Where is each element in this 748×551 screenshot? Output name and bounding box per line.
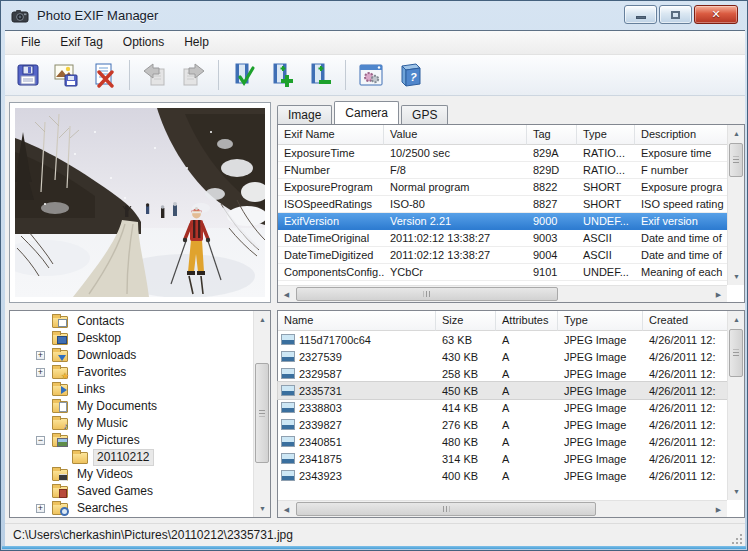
file-row[interactable]: 2338803 414 KB A JPEG Image 4/26/2011 12… <box>278 399 727 416</box>
tree-item[interactable]: My Pictures <box>10 432 270 449</box>
file-list-header: NameSizeAttributesTypeCreated <box>278 311 744 331</box>
toolbar-separator <box>345 60 346 90</box>
options-button[interactable] <box>354 58 388 92</box>
title-bar[interactable]: Photo EXIF Manager ✕ <box>1 1 747 30</box>
scroll-up-icon[interactable]: ▲ <box>728 311 745 328</box>
file-name-cell: 2327539 <box>278 349 436 365</box>
help-button[interactable]: ? <box>392 58 426 92</box>
column-header[interactable]: Name <box>278 311 436 331</box>
scrollbar-thumb[interactable] <box>729 329 743 377</box>
previous-image-button[interactable] <box>138 58 172 92</box>
menu-item[interactable]: Options <box>113 31 174 54</box>
exif-row[interactable]: ExposureProgram Normal program 8822 SHOR… <box>278 179 727 196</box>
tree-item[interactable]: Favorites <box>10 364 270 381</box>
files-horizontal-scrollbar[interactable]: ◀ ▶ <box>278 500 727 517</box>
tree-expander-icon[interactable] <box>36 436 45 445</box>
tab[interactable]: Camera <box>334 101 399 124</box>
scrollbar-thumb[interactable] <box>255 363 269 463</box>
scroll-up-icon[interactable]: ▲ <box>728 125 745 142</box>
file-row[interactable]: 2335731 450 KB A JPEG Image 4/26/2011 12… <box>278 382 727 399</box>
files-vertical-scrollbar[interactable]: ▲ ▼ <box>727 311 744 500</box>
tree-item[interactable]: My Videos <box>10 466 270 483</box>
tree-vertical-scrollbar[interactable]: ▲ ▼ <box>253 311 270 517</box>
menu-item[interactable]: Exif Tag <box>50 31 112 54</box>
exif-row[interactable]: FNumber F/8 829D RATIO... F number <box>278 162 727 179</box>
menu-item[interactable]: Help <box>174 31 219 54</box>
menu-item[interactable]: File <box>11 31 50 54</box>
save-image-button[interactable] <box>49 58 83 92</box>
exif-row[interactable]: ComponentsConfig... YCbCr 9101 UNDEF... … <box>278 264 727 281</box>
column-header[interactable]: Size <box>436 311 496 331</box>
exif-row[interactable]: ISOSpeedRatings ISO-80 8827 SHORT ISO sp… <box>278 196 727 213</box>
close-button[interactable]: ✕ <box>694 5 738 24</box>
column-header[interactable]: Exif Name <box>278 125 384 145</box>
resize-grip[interactable] <box>731 533 743 545</box>
exif-row[interactable]: ExposureTime 10/2500 sec 829A RATIO... E… <box>278 145 727 162</box>
column-header[interactable]: Type <box>577 125 635 145</box>
next-image-button[interactable] <box>176 58 210 92</box>
file-row[interactable]: 2339827 276 KB A JPEG Image 4/26/2011 12… <box>278 416 727 433</box>
column-header[interactable]: Value <box>384 125 527 145</box>
scroll-left-icon[interactable]: ◀ <box>278 286 295 303</box>
scroll-right-icon[interactable]: ▶ <box>710 501 727 518</box>
scroll-left-icon[interactable]: ◀ <box>278 501 295 518</box>
exif-row[interactable]: DateTimeOriginal 2011:02:12 13:38:27 900… <box>278 230 727 247</box>
tree-item[interactable]: Desktop <box>10 330 270 347</box>
tree-item[interactable]: My Music <box>10 415 270 432</box>
scrollbar-thumb[interactable] <box>296 287 558 301</box>
column-header[interactable]: Attributes <box>496 311 558 331</box>
clear-exif-list-button[interactable] <box>87 58 121 92</box>
exif-add-button[interactable] <box>265 58 299 92</box>
tree-item[interactable]: My Documents <box>10 398 270 415</box>
file-row[interactable]: 2341875 314 KB A JPEG Image 4/26/2011 12… <box>278 450 727 467</box>
file-size-cell: 258 KB <box>436 366 496 382</box>
file-rows: 115d71700c64 63 KB A JPEG Image 4/26/201… <box>278 331 727 484</box>
toolbar: ? <box>5 55 745 96</box>
file-row[interactable]: 2343923 400 KB A JPEG Image 4/26/2011 12… <box>278 467 727 484</box>
exif-remove-button[interactable] <box>303 58 337 92</box>
tab[interactable]: Image <box>277 105 332 124</box>
favorites-folder-icon <box>52 367 68 379</box>
tree-item[interactable]: Downloads <box>10 347 270 364</box>
save-exif-button[interactable] <box>11 58 45 92</box>
file-name: 2340851 <box>299 434 342 450</box>
scrollbar-thumb[interactable] <box>296 502 596 516</box>
exif-apply-button[interactable] <box>227 58 261 92</box>
column-header[interactable]: Tag <box>527 125 577 145</box>
column-header[interactable]: Description <box>635 125 727 145</box>
exif-value-cell: 2011:02:12 13:38:27 <box>384 247 527 263</box>
maximize-button[interactable] <box>659 5 692 24</box>
file-row[interactable]: 2329587 258 KB A JPEG Image 4/26/2011 12… <box>278 365 727 382</box>
settings-window-icon <box>358 62 384 88</box>
scroll-down-icon[interactable]: ▼ <box>728 483 745 500</box>
column-header[interactable]: Type <box>558 311 643 331</box>
exif-horizontal-scrollbar[interactable]: ◀ ▶ <box>278 285 727 302</box>
tree-expander-icon[interactable] <box>36 351 45 360</box>
exif-row[interactable]: DateTimeDigitized 2011:02:12 13:38:27 90… <box>278 247 727 264</box>
tree-item[interactable]: Links <box>10 381 270 398</box>
file-row[interactable]: 115d71700c64 63 KB A JPEG Image 4/26/201… <box>278 331 727 348</box>
tree-item[interactable]: Contacts <box>10 313 270 330</box>
minimize-button[interactable] <box>624 5 657 24</box>
exif-type-cell: UNDEF... <box>577 264 635 280</box>
scrollbar-thumb[interactable] <box>729 143 743 177</box>
exif-type-cell: UNDEF... <box>577 213 635 229</box>
scroll-down-icon[interactable]: ▼ <box>254 500 271 517</box>
scroll-down-icon[interactable]: ▼ <box>728 268 745 285</box>
scroll-up-icon[interactable]: ▲ <box>254 311 271 328</box>
tree-item[interactable]: Searches <box>10 500 270 517</box>
tree-expander-icon[interactable] <box>36 504 45 513</box>
tree-item[interactable]: Saved Games <box>10 483 270 500</box>
tab[interactable]: GPS <box>401 105 448 124</box>
scroll-right-icon[interactable]: ▶ <box>710 286 727 303</box>
exif-name-cell: ExposureProgram <box>278 179 384 195</box>
file-row[interactable]: 2327539 430 KB A JPEG Image 4/26/2011 12… <box>278 348 727 365</box>
tree-expander-icon[interactable] <box>36 368 45 377</box>
tree-item[interactable]: 20110212 <box>10 449 270 466</box>
exif-vertical-scrollbar[interactable]: ▲ ▼ <box>727 125 744 285</box>
file-type-cell: JPEG Image <box>558 468 643 484</box>
file-row[interactable]: 2340851 480 KB A JPEG Image 4/26/2011 12… <box>278 433 727 450</box>
exif-tag-cell: 9000 <box>527 213 577 229</box>
column-header[interactable]: Created <box>643 311 727 331</box>
exif-row[interactable]: ExifVersion Version 2.21 9000 UNDEF... E… <box>278 213 727 230</box>
